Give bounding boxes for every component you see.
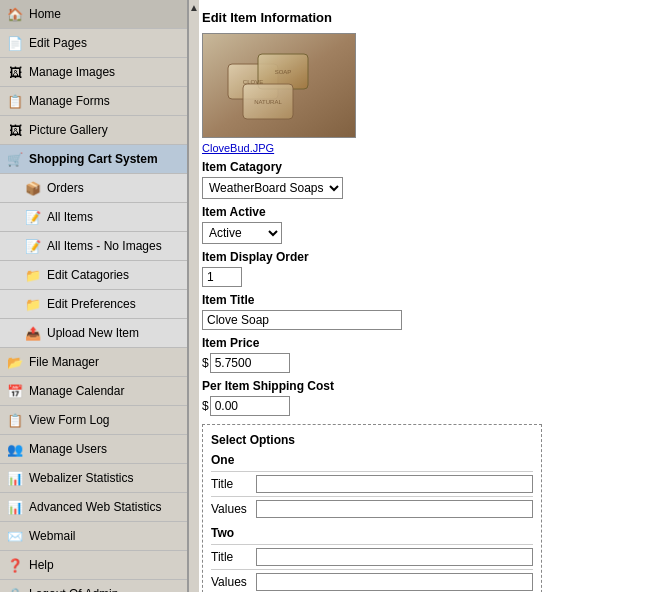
item-category-label: Item Catagory bbox=[202, 160, 631, 174]
option-group-one: One Title Values bbox=[211, 453, 533, 518]
option-one-title-row: Title bbox=[211, 471, 533, 493]
option-one-values-row: Values bbox=[211, 496, 533, 518]
sidebar-item-webalizer-statistics[interactable]: 📊Webalizer Statistics bbox=[0, 464, 187, 493]
manage-forms-icon: 📋 bbox=[6, 92, 24, 110]
picture-gallery-icon: 🖼 bbox=[6, 121, 24, 139]
webalizer-statistics-icon: 📊 bbox=[6, 469, 24, 487]
item-active-label: Item Active bbox=[202, 205, 631, 219]
sidebar-item-picture-gallery[interactable]: 🖼Picture Gallery bbox=[0, 116, 187, 145]
orders-icon: 📦 bbox=[24, 179, 42, 197]
sidebar-item-label-upload-new-item: Upload New Item bbox=[47, 326, 139, 340]
manage-calendar-icon: 📅 bbox=[6, 382, 24, 400]
shopping-cart-icon: 🛒 bbox=[6, 150, 24, 168]
option-group-two-title: Two bbox=[211, 526, 533, 540]
all-items-icon: 📝 bbox=[24, 208, 42, 226]
advanced-web-statistics-icon: 📊 bbox=[6, 498, 24, 516]
upload-new-item-icon: 📤 bbox=[24, 324, 42, 342]
sidebar-item-label-view-form-log: View Form Log bbox=[29, 413, 109, 427]
sidebar-item-label-all-items: All Items bbox=[47, 210, 93, 224]
svg-text:NATURAL: NATURAL bbox=[254, 99, 282, 105]
price-dollar-sign: $ bbox=[202, 356, 209, 370]
sidebar-item-shopping-cart[interactable]: 🛒Shopping Cart System bbox=[0, 145, 187, 174]
sidebar-item-all-items-no-images[interactable]: 📝All Items - No Images bbox=[0, 232, 187, 261]
item-display-order-input[interactable] bbox=[202, 267, 242, 287]
page-title: Edit Item Information bbox=[202, 10, 631, 25]
option-two-values-input[interactable] bbox=[256, 573, 533, 591]
option-two-title-input[interactable] bbox=[256, 548, 533, 566]
sidebar-item-label-shopping-cart: Shopping Cart System bbox=[29, 152, 158, 166]
file-manager-icon: 📂 bbox=[6, 353, 24, 371]
edit-preferences-icon: 📁 bbox=[24, 295, 42, 313]
sidebar-item-label-manage-users: Manage Users bbox=[29, 442, 107, 456]
sidebar-item-manage-forms[interactable]: 📋Manage Forms bbox=[0, 87, 187, 116]
sidebar-item-advanced-web-statistics[interactable]: 📊Advanced Web Statistics bbox=[0, 493, 187, 522]
edit-categories-icon: 📁 bbox=[24, 266, 42, 284]
sidebar-item-label-manage-forms: Manage Forms bbox=[29, 94, 110, 108]
sidebar-scrollbar[interactable]: ▲ bbox=[188, 0, 199, 592]
item-active-select[interactable]: Active Inactive bbox=[202, 222, 282, 244]
sidebar-item-edit-preferences[interactable]: 📁Edit Preferences bbox=[0, 290, 187, 319]
sidebar-item-label-all-items-no-images: All Items - No Images bbox=[47, 239, 162, 253]
product-image: CLOVE SOAP NATURAL bbox=[202, 33, 356, 138]
manage-users-icon: 👥 bbox=[6, 440, 24, 458]
select-options-title: Select Options bbox=[211, 433, 533, 447]
sidebar-item-view-form-log[interactable]: 📋View Form Log bbox=[0, 406, 187, 435]
option-one-values-input[interactable] bbox=[256, 500, 533, 518]
shipping-cost-label: Per Item Shipping Cost bbox=[202, 379, 631, 393]
sidebar-item-label-webmail: Webmail bbox=[29, 529, 75, 543]
help-icon: ❓ bbox=[6, 556, 24, 574]
sidebar-item-label-picture-gallery: Picture Gallery bbox=[29, 123, 108, 137]
sidebar-item-manage-calendar[interactable]: 📅Manage Calendar bbox=[0, 377, 187, 406]
sidebar-item-label-manage-calendar: Manage Calendar bbox=[29, 384, 124, 398]
sidebar-item-label-file-manager: File Manager bbox=[29, 355, 99, 369]
sidebar-item-label-edit-categories: Edit Catagories bbox=[47, 268, 129, 282]
webmail-icon: ✉️ bbox=[6, 527, 24, 545]
logout-icon: 🔒 bbox=[6, 585, 24, 592]
sidebar-item-label-orders: Orders bbox=[47, 181, 84, 195]
option-two-values-row: Values bbox=[211, 569, 533, 591]
option-one-title-input[interactable] bbox=[256, 475, 533, 493]
sidebar-item-upload-new-item[interactable]: 📤Upload New Item bbox=[0, 319, 187, 348]
item-price-input[interactable] bbox=[210, 353, 290, 373]
sidebar-item-manage-images[interactable]: 🖼Manage Images bbox=[0, 58, 187, 87]
scroll-up-arrow[interactable]: ▲ bbox=[189, 2, 199, 13]
item-category-select[interactable]: WeatherBoard Soaps bbox=[202, 177, 343, 199]
option-two-title-row: Title bbox=[211, 544, 533, 566]
sidebar-item-file-manager[interactable]: 📂File Manager bbox=[0, 348, 187, 377]
sidebar-item-logout[interactable]: 🔒Logout Of Admin bbox=[0, 580, 187, 592]
shipping-dollar-sign: $ bbox=[202, 399, 209, 413]
sidebar-item-edit-pages[interactable]: 📄Edit Pages bbox=[0, 29, 187, 58]
shipping-cost-input[interactable] bbox=[210, 396, 290, 416]
product-image-svg: CLOVE SOAP NATURAL bbox=[203, 34, 356, 138]
sidebar-item-label-webalizer-statistics: Webalizer Statistics bbox=[29, 471, 133, 485]
svg-text:CLOVE: CLOVE bbox=[243, 79, 263, 85]
sidebar-item-help[interactable]: ❓Help bbox=[0, 551, 187, 580]
option-two-values-label: Values bbox=[211, 575, 256, 589]
sidebar-item-edit-categories[interactable]: 📁Edit Catagories bbox=[0, 261, 187, 290]
sidebar-item-manage-users[interactable]: 👥Manage Users bbox=[0, 435, 187, 464]
sidebar-item-label-help: Help bbox=[29, 558, 54, 572]
option-group-two: Two Title Values bbox=[211, 526, 533, 591]
sidebar-item-all-items[interactable]: 📝All Items bbox=[0, 203, 187, 232]
option-one-title-label: Title bbox=[211, 477, 256, 491]
sidebar-item-label-manage-images: Manage Images bbox=[29, 65, 115, 79]
sidebar-item-label-edit-pages: Edit Pages bbox=[29, 36, 87, 50]
sidebar-item-webmail[interactable]: ✉️Webmail bbox=[0, 522, 187, 551]
select-options-box: Select Options One Title Values Two Titl… bbox=[202, 424, 542, 592]
manage-images-icon: 🖼 bbox=[6, 63, 24, 81]
item-title-input[interactable] bbox=[202, 310, 402, 330]
sidebar-item-orders[interactable]: 📦Orders bbox=[0, 174, 187, 203]
option-group-one-title: One bbox=[211, 453, 533, 467]
view-form-log-icon: 📋 bbox=[6, 411, 24, 429]
sidebar-item-label-logout: Logout Of Admin bbox=[29, 587, 118, 592]
sidebar-item-label-home: Home bbox=[29, 7, 61, 21]
option-two-title-label: Title bbox=[211, 550, 256, 564]
item-price-label: Item Price bbox=[202, 336, 631, 350]
option-one-values-label: Values bbox=[211, 502, 256, 516]
sidebar-item-home[interactable]: 🏠Home bbox=[0, 0, 187, 29]
svg-text:SOAP: SOAP bbox=[275, 69, 292, 75]
sidebar-item-label-advanced-web-statistics: Advanced Web Statistics bbox=[29, 500, 162, 514]
image-filename-link[interactable]: CloveBud.JPG bbox=[202, 142, 631, 154]
edit-pages-icon: 📄 bbox=[6, 34, 24, 52]
home-icon: 🏠 bbox=[6, 5, 24, 23]
